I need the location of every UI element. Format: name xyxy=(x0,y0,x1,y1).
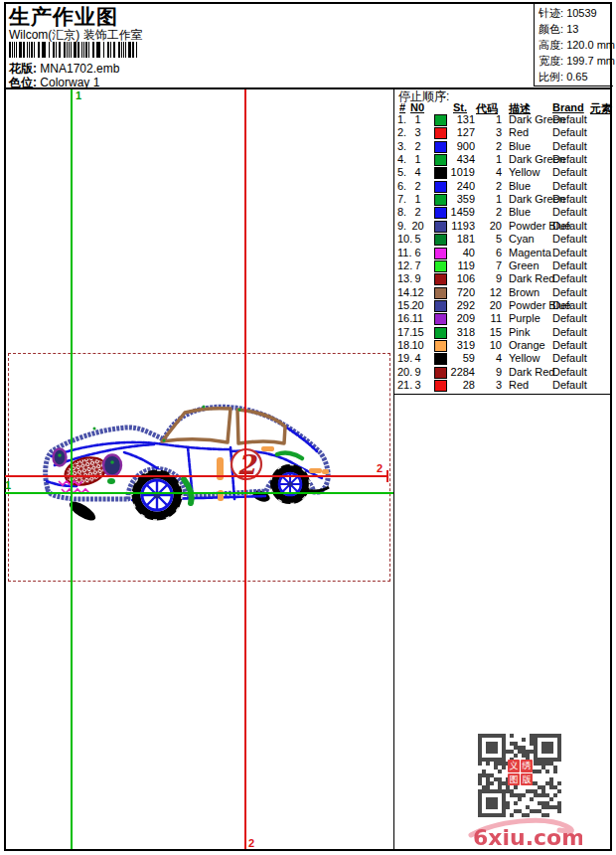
needle-number: 1 xyxy=(408,153,427,166)
color-code: 7 xyxy=(479,259,502,272)
stitch-count: 318 xyxy=(441,326,475,339)
color-code: 4 xyxy=(479,352,502,365)
thread-brand: Default xyxy=(552,180,587,193)
start-marker-label-left: 1 xyxy=(5,480,11,491)
color-code: 20 xyxy=(479,299,502,312)
stitch-count: 1019 xyxy=(441,166,475,179)
needle-number: 5 xyxy=(408,233,427,246)
design-stats-box: 针迹: 10539 颜色: 13 高度: 120.0 mm 宽度: 199.7 … xyxy=(534,2,613,86)
color-code: 10 xyxy=(479,339,502,352)
needle-number: 15 xyxy=(408,326,427,339)
color-description: Red xyxy=(509,126,529,139)
stitch-count: 240 xyxy=(441,180,475,193)
thread-brand: Default xyxy=(552,113,587,126)
needle-number: 6 xyxy=(408,247,427,259)
thread-brand: Default xyxy=(552,126,587,139)
stop-sequence-row: 17. 15 318 15 Pink Default xyxy=(0,326,612,339)
stitch-count-stat: 针迹: 10539 xyxy=(539,6,597,21)
color-code: 9 xyxy=(479,272,502,285)
barcode xyxy=(9,42,138,58)
color-description: Brown xyxy=(509,286,539,299)
stitch-count: 292 xyxy=(441,299,475,312)
site-name: 6xiu.com xyxy=(473,825,582,850)
stitch-count: 131 xyxy=(441,113,475,126)
stitch-count: 720 xyxy=(441,286,475,299)
needle-number: 1 xyxy=(408,193,427,206)
color-code: 2 xyxy=(479,206,502,219)
stitch-count: 359 xyxy=(441,193,475,206)
needle-number: 3 xyxy=(408,379,427,392)
needle-number: 10 xyxy=(408,339,427,352)
end-marker-label-bottom: 2 xyxy=(248,838,254,849)
needle-number: 4 xyxy=(408,352,427,365)
col-header-index: # xyxy=(399,101,405,113)
thread-brand: Default xyxy=(552,339,587,352)
red-seal: 义 绣 图 版 xyxy=(508,760,533,785)
thread-brand: Default xyxy=(552,233,587,246)
thread-brand: Default xyxy=(552,153,587,166)
needle-number: 3 xyxy=(408,126,427,139)
needle-number: 9 xyxy=(408,366,427,379)
seal-char: 绣 xyxy=(521,760,533,772)
width-stat: 宽度: 199.7 mm xyxy=(539,54,615,69)
thread-brand: Default xyxy=(552,366,587,379)
stitch-count: 2284 xyxy=(441,366,475,379)
color-description: Yellow xyxy=(509,352,539,365)
pattern-file-label: 花版: xyxy=(9,62,37,76)
stitch-count: 28 xyxy=(441,379,475,392)
color-code: 3 xyxy=(479,379,502,392)
seal-char: 义 xyxy=(508,760,520,772)
color-count-stat: 颜色: 13 xyxy=(539,22,578,37)
site-logo: 6xiu.com xyxy=(465,813,582,851)
stitch-count: 40 xyxy=(441,247,475,259)
thread-brand: Default xyxy=(552,299,587,312)
needle-number: 20 xyxy=(408,220,427,233)
stitch-count: 1193 xyxy=(441,220,475,233)
color-description: Pink xyxy=(509,326,530,339)
stop-sequence-row: 16. 11 209 11 Purple Default xyxy=(0,312,612,325)
stop-sequence-row: 18. 10 319 10 Orange Default xyxy=(0,339,612,352)
thread-brand: Default xyxy=(552,247,587,259)
stitch-count: 127 xyxy=(441,126,475,139)
stop-sequence-row: 12. 7 119 7 Green Default xyxy=(0,259,612,272)
color-code: 15 xyxy=(479,326,502,339)
color-code: 1 xyxy=(479,193,502,206)
thread-brand: Default xyxy=(552,206,587,219)
pattern-file-value: MNA1702.emb xyxy=(40,62,119,76)
color-description: Dark Red xyxy=(509,366,554,379)
stitch-count: 59 xyxy=(441,352,475,365)
seal-char: 图 xyxy=(508,773,520,786)
stop-sequence-row: 9. 20 1193 20 Powder Blue Default xyxy=(0,220,612,233)
stitch-count: 119 xyxy=(441,259,475,272)
stop-sequence-row: 4. 1 434 1 Dark Green Default xyxy=(0,153,612,166)
stop-sequence-row: 13. 9 106 9 Dark Red Default xyxy=(0,272,612,285)
height-stat: 高度: 120.0 mm xyxy=(539,38,615,53)
needle-number: 20 xyxy=(408,299,427,312)
color-description: Yellow xyxy=(509,166,539,179)
needle-number: 7 xyxy=(408,259,427,272)
stop-sequence-row: 10. 5 181 5 Cyan Default xyxy=(0,233,612,246)
color-code: 9 xyxy=(479,366,502,379)
color-description: Dark Red xyxy=(509,272,554,285)
color-description: Blue xyxy=(509,140,531,153)
scale-stat: 比例: 0.65 xyxy=(539,70,588,85)
color-code: 2 xyxy=(479,140,502,153)
stop-sequence-row: 8. 2 1459 2 Blue Default xyxy=(0,206,612,219)
start-marker-horizontal-line xyxy=(5,492,393,494)
needle-number: 2 xyxy=(408,140,427,153)
thread-brand: Default xyxy=(552,379,587,392)
thread-brand: Default xyxy=(552,352,587,365)
color-description: Green xyxy=(509,259,539,272)
rear-wheel xyxy=(271,465,310,504)
end-marker-label-right: 2 xyxy=(377,463,383,474)
needle-number: 1 xyxy=(408,113,427,126)
color-description: Blue xyxy=(509,206,531,219)
stop-sequence-row: 1. 1 131 1 Dark Green Default xyxy=(0,113,612,126)
thread-brand: Default xyxy=(552,272,587,285)
color-code: 2 xyxy=(479,180,502,193)
thread-brand: Default xyxy=(552,166,587,179)
color-code: 3 xyxy=(479,126,502,139)
stop-sequence-row: 2. 3 127 3 Red Default xyxy=(0,126,612,139)
col-header-needle: N0 xyxy=(410,101,424,113)
stop-sequence-row: 7. 1 359 1 Dark Green Default xyxy=(0,193,612,206)
